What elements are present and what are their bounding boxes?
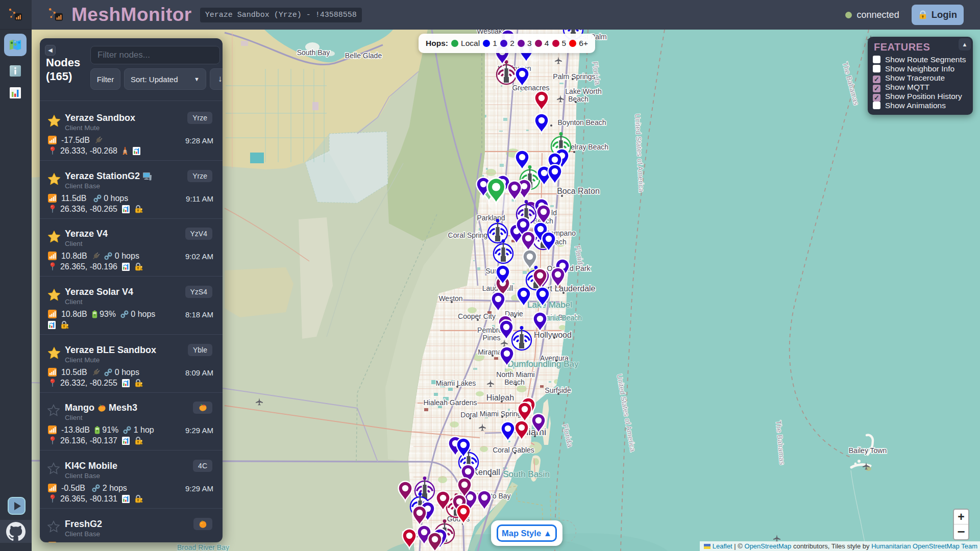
- svg-text:Doral: Doral: [460, 411, 477, 419]
- svg-text:Coral Gables: Coral Gables: [493, 446, 534, 454]
- svg-text:South Bay: South Bay: [297, 48, 330, 57]
- svg-text:Kendall: Kendall: [473, 468, 500, 477]
- svg-text:Boca Raton: Boca Raton: [557, 187, 600, 195]
- svg-text:Beach: Beach: [568, 95, 589, 103]
- svg-text:Broad River Bay: Broad River Bay: [177, 543, 229, 551]
- svg-text:Palm Springs: Palm Springs: [553, 72, 595, 81]
- svg-text:Bailey Town: Bailey Town: [849, 446, 887, 455]
- svg-text:Hialeah: Hialeah: [486, 393, 514, 402]
- svg-text:Greenacres: Greenacres: [512, 84, 549, 92]
- svg-text:Pines: Pines: [482, 334, 500, 342]
- svg-text:Boynton Beach: Boynton Beach: [558, 118, 606, 127]
- svg-text:Hialeah Gardens: Hialeah Gardens: [423, 398, 477, 407]
- svg-text:North Miami: North Miami: [496, 370, 534, 379]
- svg-text:Parkland: Parkland: [477, 214, 505, 222]
- svg-text:Weston: Weston: [438, 294, 462, 303]
- svg-text:South Basin: South Basin: [503, 469, 550, 479]
- svg-text:Coral Springs: Coral Springs: [448, 231, 492, 239]
- svg-text:Delray Beach: Delray Beach: [566, 143, 608, 151]
- svg-text:Dumfoundling Bay: Dumfoundling Bay: [508, 359, 579, 369]
- svg-text:Lake Worth: Lake Worth: [565, 87, 601, 95]
- svg-text:Lake Mabel: Lake Mabel: [527, 300, 572, 310]
- svg-text:Beach: Beach: [504, 378, 525, 386]
- svg-text:Miami Lakes: Miami Lakes: [436, 379, 476, 387]
- svg-text:Belle Glade: Belle Glade: [345, 52, 382, 60]
